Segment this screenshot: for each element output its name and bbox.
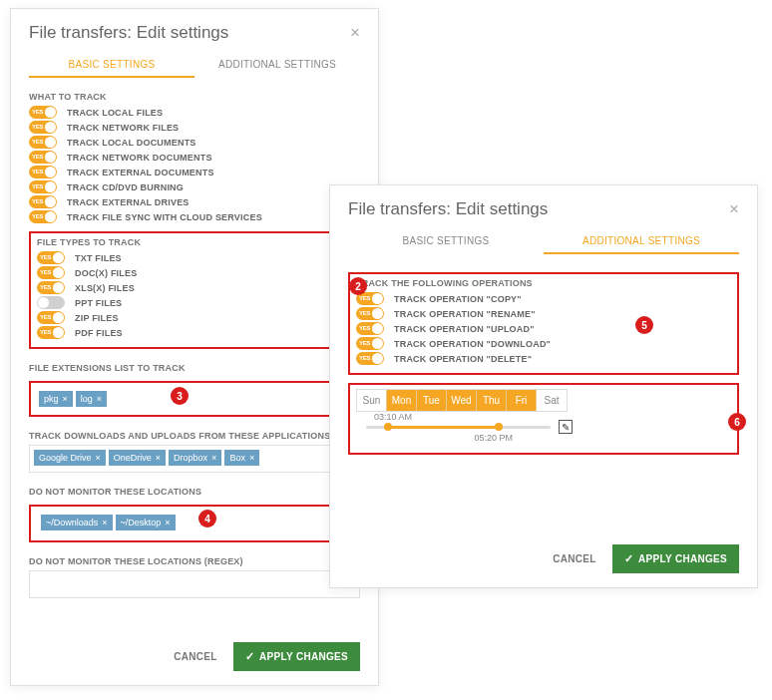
tag-remove-icon[interactable]: × [102, 518, 107, 527]
toggle-label: TRACK LOCAL DOCUMENTS [67, 138, 196, 148]
toggle-knob [53, 252, 64, 263]
toggle-knob [38, 297, 49, 308]
toggle-switch[interactable]: YES [37, 266, 65, 279]
slider-thumb-end[interactable] [495, 423, 503, 431]
tag-remove-icon[interactable]: × [97, 394, 102, 404]
time-end-label: 05:20 PM [474, 433, 513, 443]
toggle-row: YESTXT FILES [37, 251, 352, 264]
toggle-switch[interactable]: YES [37, 281, 65, 294]
day-cell[interactable]: Sat [537, 390, 567, 411]
toggle-switch[interactable]: YES [29, 121, 57, 134]
tab-basic-settings[interactable]: BASIC SETTINGS [348, 229, 544, 254]
dialog-footer: CANCEL ✓ APPLY CHANGES [553, 544, 739, 573]
toggle-switch[interactable]: YES [29, 106, 57, 119]
toggle-switch[interactable] [37, 296, 65, 309]
toggle-knob [53, 267, 64, 278]
tag-remove-icon[interactable]: × [211, 453, 216, 463]
toggle-label: TRACK OPERATION "DELETE" [394, 354, 532, 364]
cancel-button[interactable]: CANCEL [174, 651, 216, 662]
cloud-apps-tags-box[interactable]: Google Drive×OneDrive×Dropbox×Box× [29, 445, 360, 473]
toggle-switch[interactable]: YES [356, 322, 384, 335]
toggle-switch[interactable]: YES [356, 337, 384, 350]
toggle-label: DOC(X) FILES [75, 268, 137, 278]
toggle-yes-label: YES [359, 325, 370, 331]
check-icon: ✓ [624, 552, 633, 565]
toggle-row: YESPDF FILES [37, 326, 352, 339]
day-cell[interactable]: Thu [477, 390, 507, 411]
toggle-label: TRACK EXTERNAL DOCUMENTS [67, 168, 214, 177]
close-icon[interactable]: × [729, 199, 739, 219]
toggle-label: TRACK OPERATION "UPLOAD" [394, 324, 535, 334]
apply-changes-label: APPLY CHANGES [638, 553, 727, 564]
toggle-row: YESTRACK EXTERNAL DRIVES [29, 195, 360, 208]
apply-changes-button[interactable]: ✓ APPLY CHANGES [233, 642, 360, 671]
tag-remove-icon[interactable]: × [63, 394, 68, 404]
toggle-label: TRACK LOCAL FILES [67, 108, 163, 118]
toggle-yes-label: YES [359, 340, 370, 346]
dialog-footer: CANCEL ✓ APPLY CHANGES [174, 642, 360, 671]
toggle-switch[interactable]: YES [37, 311, 65, 324]
close-icon[interactable]: × [350, 23, 360, 43]
tag-remove-icon[interactable]: × [96, 453, 101, 463]
toggle-knob [45, 122, 56, 133]
toggle-switch[interactable]: YES [29, 151, 57, 164]
tab-basic-settings[interactable]: BASIC SETTINGS [29, 53, 194, 78]
tag: pkg× [39, 391, 73, 407]
tag-label: pkg [44, 394, 59, 404]
toggle-switch[interactable]: YES [37, 326, 65, 339]
days-picker: SunMonTueWedThuFriSat [356, 389, 568, 412]
day-cell[interactable]: Wed [447, 390, 477, 411]
toggle-label: TRACK NETWORK DOCUMENTS [67, 153, 212, 163]
toggle-yes-label: YES [32, 109, 43, 115]
toggle-switch[interactable]: YES [356, 352, 384, 365]
toggle-switch[interactable]: YES [29, 166, 57, 178]
slider-track[interactable] [366, 426, 551, 429]
toggle-switch[interactable]: YES [356, 307, 384, 320]
day-cell[interactable]: Mon [387, 390, 417, 411]
tag: OneDrive× [109, 450, 166, 466]
toggle-row: YESTRACK LOCAL DOCUMENTS [29, 136, 360, 149]
tag-remove-icon[interactable]: × [249, 453, 254, 463]
tab-additional-settings[interactable]: ADDITIONAL SETTINGS [544, 229, 739, 254]
apply-changes-button[interactable]: ✓ APPLY CHANGES [612, 544, 739, 573]
dialog-file-transfers-basic: File transfers: Edit settings × BASIC SE… [10, 8, 379, 686]
day-cell[interactable]: Tue [417, 390, 447, 411]
dialog-header: File transfers: Edit settings × [348, 199, 739, 219]
slider-thumb-start[interactable] [384, 423, 392, 431]
tab-additional-settings[interactable]: ADDITIONAL SETTINGS [194, 53, 360, 78]
toggle-switch[interactable]: YES [29, 210, 57, 223]
day-cell[interactable]: Fri [507, 390, 537, 411]
exclude-regex-box[interactable] [29, 570, 360, 598]
toggle-knob [45, 196, 56, 207]
toggle-yes-label: YES [40, 314, 51, 320]
toggle-switch[interactable]: YES [29, 136, 57, 149]
edit-time-icon[interactable]: ✎ [559, 420, 573, 434]
tabs-bar: BASIC SETTINGS ADDITIONAL SETTINGS [29, 53, 360, 78]
cancel-button[interactable]: CANCEL [553, 553, 595, 564]
extensions-tags-box[interactable]: pkg×log× [35, 387, 354, 411]
toggle-label: XLS(X) FILES [75, 283, 135, 293]
time-range-slider: 03:10 AM 05:20 PM ✎ [366, 426, 551, 429]
toggle-label: TXT FILES [75, 253, 122, 263]
toggle-label: TRACK CD/DVD BURNING [67, 182, 184, 192]
exclude-loc-tags-box[interactable]: ~/Downloads×~/Desktop× [37, 511, 352, 534]
toggle-switch[interactable]: YES [37, 251, 65, 264]
toggle-yes-label: YES [32, 139, 43, 145]
toggle-label: TRACK FILE SYNC WITH CLOUD SERVICES [67, 212, 262, 222]
tag-remove-icon[interactable]: × [165, 518, 170, 527]
day-cell[interactable]: Sun [357, 390, 387, 411]
toggle-knob [53, 327, 64, 338]
toggle-knob [372, 293, 383, 304]
toggle-yes-label: YES [359, 295, 370, 301]
dialog-file-transfers-additional: File transfers: Edit settings × BASIC SE… [329, 184, 758, 588]
section-what-to-track-label: WHAT TO TRACK [29, 92, 360, 102]
toggle-switch[interactable]: YES [29, 195, 57, 208]
toggle-yes-label: YES [32, 169, 43, 175]
tabs-bar: BASIC SETTINGS ADDITIONAL SETTINGS [348, 229, 739, 254]
toggle-knob [372, 308, 383, 319]
tag-remove-icon[interactable]: × [156, 453, 161, 463]
toggle-row: YESTRACK FILE SYNC WITH CLOUD SERVICES [29, 210, 360, 223]
toggle-switch[interactable]: YES [29, 180, 57, 193]
toggle-row: YESTRACK EXTERNAL DOCUMENTS [29, 166, 360, 178]
slider-fill [388, 426, 499, 429]
